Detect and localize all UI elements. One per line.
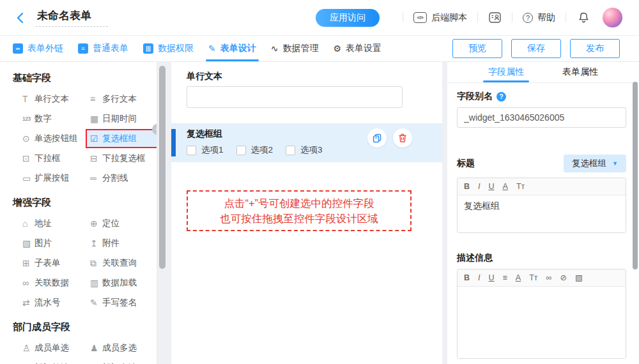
sidebar-item-linked-query[interactable]: ⧉ 关联查询 [87, 255, 157, 271]
tab-form-external-link[interactable]: ∞ 表单外链 [13, 36, 63, 61]
align-icon[interactable]: ≡ [503, 274, 507, 282]
description-editor-content[interactable] [458, 287, 626, 358]
font-size-icon[interactable]: Tт [516, 183, 525, 191]
field-item-label: 下拉复选框 [102, 153, 146, 164]
field-item-label: 单选按钮组 [35, 133, 78, 144]
underline-icon[interactable]: U [489, 183, 495, 191]
properties-tabs: 字段属性 表单属性 [447, 62, 639, 83]
tab-form-settings[interactable]: ⚙ 表单设置 [333, 36, 381, 61]
bold-icon[interactable]: B [464, 274, 470, 282]
insert-image-icon[interactable]: ▧ [575, 274, 583, 282]
field-item-label: 扩展按钮 [35, 172, 69, 184]
radio-group-icon: ⊙ [22, 133, 35, 144]
checkbox-option[interactable]: 选项3 [286, 144, 323, 156]
directory-button[interactable] [488, 11, 502, 24]
checkbox-icon[interactable] [286, 146, 295, 155]
backend-script-button[interactable]: </> 后端脚本 [413, 12, 467, 24]
font-color-icon[interactable]: A [503, 183, 508, 191]
description-rich-editor: B I U ≡ A Tт ∞ ⊘ ▧ [457, 269, 626, 359]
sidebar-item-select[interactable]: ⊡ 下拉框 [19, 150, 87, 167]
divider [512, 13, 512, 22]
title-editor-content[interactable]: 复选框组 [458, 195, 626, 232]
italic-icon[interactable]: I [478, 274, 480, 282]
sidebar-item-attachment[interactable]: ↥ 附件 [87, 235, 157, 252]
link-icon[interactable]: ∞ [546, 274, 552, 282]
checkbox-icon[interactable] [236, 146, 246, 155]
field-item-label: 流水号 [35, 297, 61, 308]
font-color-icon[interactable]: A [516, 274, 521, 282]
sidebar-item-subform[interactable]: ⊞ 子表单 [19, 255, 87, 271]
section-title-basic-fields: 基础字段 [13, 72, 157, 84]
bold-icon[interactable]: B [464, 183, 470, 191]
sidebar-item-member-single[interactable]: ♙ 成员单选 [19, 340, 87, 356]
number-icon: 123 [22, 116, 35, 122]
tab-field-properties[interactable]: 字段属性 [488, 62, 524, 82]
unlink-icon[interactable]: ⊘ [560, 274, 566, 282]
sidebar-item-single-line-text[interactable]: T 单行文本 [19, 91, 87, 107]
description-editor-toolbar: B I U ≡ A Tт ∞ ⊘ ▧ [458, 269, 626, 287]
help-tooltip-icon[interactable]: ? [497, 92, 506, 102]
sidebar-item-linked-data[interactable]: ∞ 关联数据 [19, 275, 87, 291]
tab-normal-form[interactable]: ≡ 普通表单 [78, 36, 128, 61]
help-button[interactable]: ? 帮助 [523, 12, 555, 24]
widget-type-value: 复选框组 [572, 158, 606, 169]
form-settings-icon: ⚙ [333, 44, 341, 53]
underline-icon[interactable]: U [489, 274, 495, 282]
sidebar-item-signature[interactable]: ✎ 手写签名 [87, 294, 157, 311]
sidebar-item-datetime[interactable]: ▦ 日期时间 [87, 110, 157, 127]
tab-data-permission[interactable]: ||| 数据权限 [143, 36, 194, 61]
user-avatar[interactable] [603, 8, 622, 27]
sidebar-item-radio-group[interactable]: ⊙ 单选按钮组 [19, 130, 87, 147]
sidebar-item-extend-button[interactable]: ▭ 扩展按钮 [19, 170, 87, 186]
sidebar-item-department-multi[interactable]: ⊞ 部门多选 [87, 360, 157, 364]
font-size-icon[interactable]: Tт [529, 274, 537, 282]
sidebar-scrollbar[interactable] [159, 66, 166, 269]
title-editor-toolbar: B I U A Tт [458, 178, 626, 195]
selected-checkbox-group-widget[interactable]: 复选框组 选项1 [171, 123, 442, 162]
app-access-button[interactable]: 应用访问 [316, 9, 380, 27]
sidebar-item-address[interactable]: ⌂ 地址 [19, 215, 87, 232]
sidebar-item-member-multi[interactable]: ♟ 成员多选 [87, 340, 157, 356]
copy-widget-button[interactable] [367, 128, 387, 148]
widget-type-dropdown[interactable]: 复选框组 ▼ [564, 155, 626, 172]
delete-widget-button[interactable] [393, 128, 412, 148]
sidebar-item-department-single[interactable]: ⊟ 部门单选 [19, 360, 87, 364]
action-button[interactable]: 预览 [452, 39, 502, 58]
action-button[interactable]: 保存 [511, 39, 561, 58]
properties-scrollbar[interactable] [633, 82, 638, 269]
field-item-label: 成员多选 [102, 342, 137, 354]
tab-label: 表单设置 [346, 43, 381, 54]
tab-form-properties[interactable]: 表单属性 [562, 62, 598, 82]
sidebar-item-image[interactable]: ▧ 图片 [19, 235, 87, 252]
single-line-text-field-input[interactable] [187, 86, 403, 108]
notifications-button[interactable] [578, 11, 590, 24]
action-button[interactable]: 发布 [570, 39, 620, 58]
sidebar-item-multi-line-text[interactable]: ≡ 多行文本 [87, 91, 157, 107]
checkbox-option[interactable]: 选项2 [236, 144, 273, 156]
divider-icon: ═ [90, 173, 102, 183]
tab-label: 表单外链 [27, 43, 63, 54]
sidebar-item-multi-select[interactable]: ⊟ 下拉复选框 [87, 150, 157, 167]
multi-select-icon: ⊟ [90, 153, 102, 163]
sidebar-item-divider[interactable]: ═ 分割线 [87, 170, 157, 186]
field-item-label: 单行文本 [35, 93, 69, 105]
tab-data-manage[interactable]: ∿ 数据管理 [271, 36, 319, 61]
field-item-label: 手写签名 [102, 297, 137, 308]
checkbox-option[interactable]: 选项1 [187, 144, 224, 156]
add-field-plus-badge[interactable]: + [152, 124, 157, 135]
field-item-label: 地址 [35, 218, 52, 229]
sidebar-item-checkbox-group[interactable]: ☑ 复选框组 + [87, 130, 157, 147]
sidebar-item-locate[interactable]: ⊕ 定位 [87, 215, 157, 232]
checkbox-icon[interactable] [187, 146, 196, 155]
trash-icon [397, 133, 408, 143]
back-button[interactable] [14, 11, 27, 24]
italic-icon[interactable]: I [478, 183, 480, 191]
sidebar-item-serial-number[interactable]: ⇄ 流水号 [19, 294, 87, 311]
sidebar-item-number[interactable]: 123 数字 [19, 110, 87, 127]
field-alias-input[interactable] [457, 107, 626, 128]
tab-form-design[interactable]: ✎ 表单设计 [208, 36, 256, 61]
bell-icon [578, 11, 590, 24]
sidebar-item-data-load[interactable]: ▥ 数据加载 [87, 275, 157, 291]
copy-icon [372, 133, 382, 143]
form-title[interactable]: 未命名表单 [36, 8, 108, 27]
